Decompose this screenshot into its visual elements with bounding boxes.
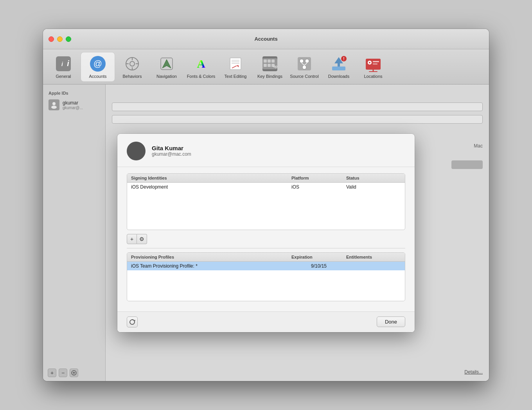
provisioning-table-body: iOS Team Provisioning Profile: * 9/10/15 — [127, 262, 405, 301]
downloads-icon: ! — [330, 55, 347, 72]
provisioning-row-1[interactable]: iOS Team Provisioning Profile: * 9/10/15 — [127, 262, 405, 270]
svg-point-36 — [369, 62, 370, 63]
svg-rect-37 — [373, 61, 379, 62]
done-button[interactable]: Done — [377, 316, 405, 327]
toolbar-item-general[interactable]: i General — [46, 52, 81, 82]
svg-rect-21 — [268, 64, 271, 67]
key-bindings-icon: opt — [261, 55, 279, 72]
window-title: Accounts — [254, 36, 277, 42]
signing-table-body: iOS Development iOS Valid — [127, 183, 405, 230]
svg-rect-19 — [271, 59, 275, 63]
svg-rect-30 — [332, 67, 345, 70]
col-status: Status — [346, 176, 401, 180]
maximize-button[interactable] — [66, 36, 71, 42]
signing-table-header: Signing Identities Platform Status — [127, 174, 405, 183]
toolbar: i General @ Accounts — [43, 49, 489, 85]
toolbar-label-behaviors: Behaviors — [123, 74, 142, 79]
signing-gear-button[interactable]: ⚙ — [137, 234, 147, 244]
provisioning-table: Provisioning Profiles Expiration Entitle… — [127, 252, 405, 301]
svg-rect-38 — [373, 63, 377, 65]
toolbar-item-navigation[interactable]: Navigation — [149, 52, 184, 82]
svg-point-25 — [300, 59, 304, 63]
toolbar-item-key-bindings[interactable]: opt Key Bindings — [253, 52, 287, 82]
col-entitlements: Entitlements — [346, 255, 401, 259]
svg-point-49 — [133, 146, 140, 153]
toolbar-label-general: General — [56, 74, 71, 79]
separator-1 — [127, 248, 405, 248]
toolbar-item-locations[interactable]: Locations — [356, 52, 390, 82]
provisioning-expiration: 9/10/15 — [291, 263, 346, 269]
signing-identities-section: Signing Identities Platform Status iOS D… — [127, 173, 405, 230]
toolbar-item-source-control[interactable]: Source Control — [287, 52, 322, 82]
main-content: Apple IDs gkumar gkumar@... + — [43, 85, 489, 381]
user-avatar — [127, 142, 146, 160]
title-bar: Accounts — [43, 29, 489, 49]
close-button[interactable] — [49, 36, 54, 42]
modal-overlay: Gita Kumar gkumar@mac.com Signing Identi… — [43, 85, 489, 381]
toolbar-label-fonts-colors: Fonts & Colors — [187, 74, 216, 79]
svg-rect-11 — [230, 58, 241, 70]
col-platform: Platform — [291, 176, 346, 180]
user-email: gkumar@mac.com — [152, 151, 191, 157]
behaviors-icon — [124, 55, 141, 72]
toolbar-item-accounts[interactable]: @ Accounts — [81, 52, 115, 82]
toolbar-item-behaviors[interactable]: Behaviors — [115, 52, 149, 82]
signing-table-controls: + ⚙ — [127, 234, 405, 244]
toolbar-label-source-control: Source Control — [290, 74, 318, 79]
locations-icon — [365, 55, 382, 72]
toolbar-label-accounts: Accounts — [89, 74, 106, 79]
svg-point-3 — [130, 61, 135, 66]
minimize-button[interactable] — [57, 36, 63, 42]
modal-body: Signing Identities Platform Status iOS D… — [117, 167, 415, 311]
toolbar-item-downloads[interactable]: ! Downloads — [322, 52, 356, 82]
main-window: Accounts i General @ Accounts — [43, 29, 489, 381]
source-control-icon — [296, 55, 313, 72]
general-icon: i — [55, 55, 72, 72]
text-editing-icon — [227, 55, 244, 72]
navigation-icon — [158, 55, 175, 72]
svg-marker-9 — [162, 59, 171, 68]
svg-point-27 — [302, 65, 306, 69]
signing-status: Valid — [346, 184, 401, 190]
col-provisioning-profiles: Provisioning Profiles — [131, 255, 291, 259]
fonts-icon: A — [192, 55, 210, 72]
svg-text:opt: opt — [273, 65, 277, 68]
svg-text:!: ! — [343, 57, 344, 61]
toolbar-label-locations: Locations — [364, 74, 382, 79]
svg-rect-40 — [369, 71, 377, 72]
provisioning-profiles-section: Provisioning Profiles Expiration Entitle… — [127, 252, 405, 301]
toolbar-label-text-editing: Text Editing — [225, 74, 247, 79]
col-expiration: Expiration — [291, 255, 346, 259]
svg-rect-20 — [264, 64, 267, 67]
accounts-icon: @ — [89, 55, 106, 72]
user-info: Gita Kumar gkumar@mac.com — [152, 145, 191, 157]
svg-point-26 — [305, 59, 309, 63]
svg-rect-17 — [264, 59, 267, 63]
add-signing-button[interactable]: + — [127, 234, 137, 244]
toolbar-item-text-editing[interactable]: Text Editing — [218, 52, 253, 82]
user-name: Gita Kumar — [152, 145, 191, 151]
toolbar-label-navigation: Navigation — [156, 74, 177, 79]
svg-point-50 — [131, 153, 142, 159]
modal-header: Gita Kumar gkumar@mac.com — [117, 134, 415, 167]
signing-platform: iOS — [291, 184, 346, 190]
refresh-button[interactable] — [127, 316, 138, 327]
col-signing-identities: Signing Identities — [131, 176, 291, 180]
svg-rect-18 — [268, 59, 271, 63]
provisioning-profile-name: iOS Team Provisioning Profile: * — [131, 263, 291, 269]
toolbar-item-fonts-colors[interactable]: A Fonts & Colors — [184, 52, 218, 82]
toolbar-label-downloads: Downloads — [328, 74, 349, 79]
toolbar-label-key-bindings: Key Bindings — [257, 74, 282, 79]
svg-marker-51 — [134, 320, 135, 321]
provisioning-entitlements — [346, 263, 401, 269]
traffic-lights — [49, 36, 71, 42]
account-detail-modal: Gita Kumar gkumar@mac.com Signing Identi… — [117, 134, 415, 332]
modal-footer: Done — [117, 311, 415, 332]
signing-identity-name: iOS Development — [131, 184, 291, 190]
provisioning-table-header: Provisioning Profiles Expiration Entitle… — [127, 253, 405, 262]
signing-row-1[interactable]: iOS Development iOS Valid — [127, 183, 405, 191]
svg-text:A: A — [197, 57, 205, 70]
signing-identities-table: Signing Identities Platform Status iOS D… — [127, 173, 405, 230]
